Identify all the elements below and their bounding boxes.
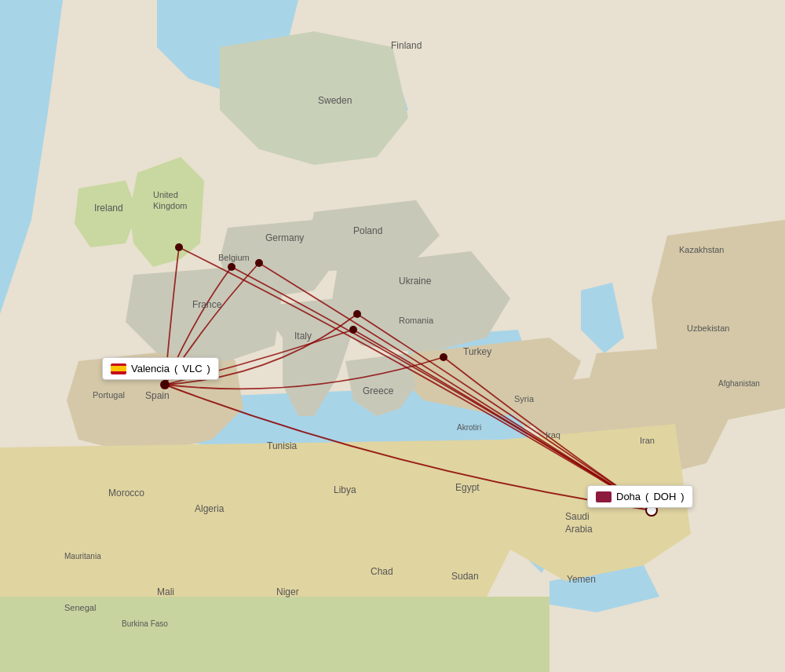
svg-text:Senegal: Senegal — [64, 603, 96, 612]
svg-text:Arabia: Arabia — [565, 524, 593, 535]
svg-text:Belgium: Belgium — [218, 253, 250, 262]
svg-text:Sweden: Sweden — [318, 95, 352, 106]
svg-text:Greece: Greece — [363, 385, 394, 396]
doha-label: Doha (DOH) — [587, 485, 693, 508]
svg-text:Yemen: Yemen — [567, 574, 596, 585]
svg-text:Germany: Germany — [265, 232, 304, 243]
doha-code: DOH — [653, 491, 676, 502]
svg-text:Turkey: Turkey — [463, 346, 491, 357]
svg-point-4 — [349, 326, 357, 334]
map-container: Ireland United Kingdom France Spain Port… — [0, 0, 785, 672]
svg-point-1 — [175, 243, 183, 251]
svg-text:Morocco: Morocco — [108, 488, 144, 499]
svg-text:Niger: Niger — [276, 586, 299, 597]
svg-point-2 — [228, 263, 236, 271]
svg-point-7 — [160, 380, 170, 389]
svg-text:Uzbekistan: Uzbekistan — [687, 323, 729, 333]
svg-text:Ireland: Ireland — [94, 203, 123, 214]
svg-text:Mali: Mali — [157, 586, 174, 597]
svg-text:Spain: Spain — [145, 390, 170, 401]
qatar-flag — [596, 491, 612, 502]
svg-point-5 — [353, 310, 361, 318]
spain-flag — [111, 363, 126, 374]
valencia-code: VLC — [182, 363, 202, 374]
valencia-city-name: Valencia — [131, 363, 170, 374]
svg-text:Egypt: Egypt — [455, 482, 480, 493]
svg-text:Chad: Chad — [371, 566, 393, 577]
svg-text:Finland: Finland — [391, 40, 422, 51]
svg-text:Tunisia: Tunisia — [267, 440, 298, 451]
doha-city-name: Doha — [616, 491, 641, 502]
svg-text:Poland: Poland — [353, 225, 382, 236]
svg-text:Saudi: Saudi — [565, 511, 590, 522]
svg-text:Syria: Syria — [514, 394, 535, 404]
svg-text:Kazakhstan: Kazakhstan — [679, 245, 724, 254]
svg-text:Algeria: Algeria — [195, 503, 225, 514]
svg-text:Iran: Iran — [640, 436, 655, 445]
svg-text:Afghanistan: Afghanistan — [718, 379, 760, 388]
svg-text:Portugal: Portugal — [93, 390, 125, 400]
valencia-label: Valencia (VLC) — [102, 357, 219, 380]
svg-text:Libya: Libya — [334, 484, 356, 495]
svg-text:Ukraine: Ukraine — [399, 276, 432, 287]
svg-text:United: United — [153, 190, 178, 199]
svg-text:Sudan: Sudan — [451, 571, 479, 582]
svg-text:Kingdom: Kingdom — [153, 201, 187, 210]
svg-text:Italy: Italy — [294, 331, 312, 341]
svg-point-3 — [255, 259, 263, 267]
svg-text:Romania: Romania — [399, 316, 434, 325]
svg-text:Burkina Faso: Burkina Faso — [122, 619, 168, 628]
svg-text:Iraq: Iraq — [546, 430, 560, 440]
svg-text:France: France — [192, 299, 222, 310]
svg-text:Akrotiri: Akrotiri — [457, 423, 481, 432]
svg-point-6 — [440, 353, 447, 361]
svg-text:Mauritania: Mauritania — [64, 552, 101, 561]
